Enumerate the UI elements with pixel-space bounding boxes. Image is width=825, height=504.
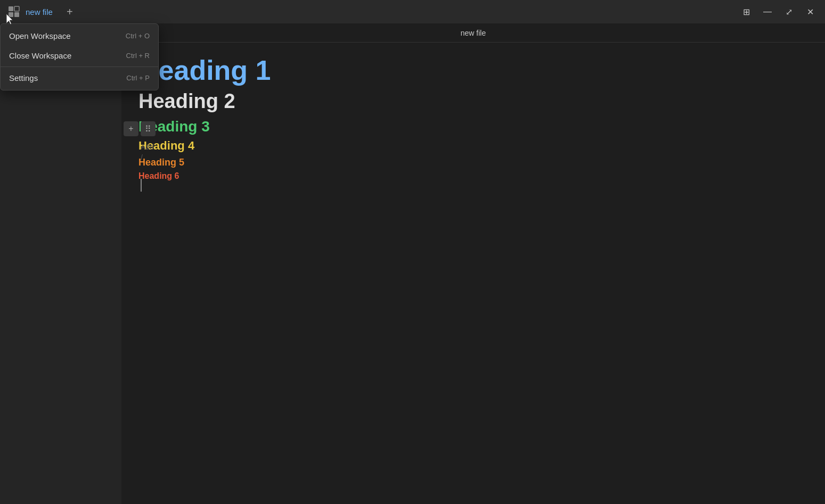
heading-6: Heading 6 <box>138 171 808 182</box>
close-button[interactable]: ✕ <box>802 3 819 20</box>
minimize-button[interactable]: — <box>759 3 776 20</box>
titlebar: new file + ⊞ — ⤢ ✕ <box>0 0 825 23</box>
add-block-hint: Add <box>141 143 154 151</box>
settings-label: Settings <box>9 73 38 82</box>
close-workspace-item[interactable]: Close Workspace Ctrl + R <box>1 46 158 65</box>
drag-block-button[interactable]: ⠿ <box>141 121 156 136</box>
new-tab-button[interactable]: + <box>61 3 78 20</box>
editor-content[interactable]: Heading 1 Heading 2 Heading 3 Heading 4 … <box>121 43 825 504</box>
heading-4: Heading 4 <box>138 138 808 153</box>
close-workspace-shortcut: Ctrl + R <box>126 52 150 60</box>
open-workspace-label: Open Workspace <box>9 31 71 40</box>
open-workspace-shortcut: Ctrl + O <box>126 32 150 40</box>
maximize-button[interactable]: ⤢ <box>780 3 797 20</box>
heading-3: Heading 3 <box>138 118 808 136</box>
main-layout: new file Heading 1 Heading 2 Heading 3 H… <box>0 23 825 504</box>
heading-1: Heading 1 <box>138 55 808 86</box>
svg-rect-2 <box>14 12 19 17</box>
add-block-button[interactable]: + <box>124 121 138 136</box>
editor-header: new file <box>121 23 825 43</box>
dropdown-menu: Open Workspace Ctrl + O Close Workspace … <box>0 23 159 90</box>
open-workspace-item[interactable]: Open Workspace Ctrl + O <box>1 26 158 46</box>
svg-rect-0 <box>9 6 13 11</box>
block-controls: + ⠿ <box>124 121 156 136</box>
slash-hint: / <box>141 153 143 162</box>
svg-rect-1 <box>14 6 19 11</box>
heading-2: Heading 2 <box>138 90 808 113</box>
close-workspace-label: Close Workspace <box>9 51 71 60</box>
heading-5: Heading 5 <box>138 156 808 169</box>
settings-shortcut: Ctrl + P <box>126 74 150 82</box>
settings-item[interactable]: Settings Ctrl + P <box>1 68 158 88</box>
layout-icon[interactable]: ⊞ <box>738 3 755 20</box>
editor-area: new file Heading 1 Heading 2 Heading 3 H… <box>121 23 825 504</box>
app-icon[interactable] <box>6 4 21 19</box>
titlebar-controls: ⊞ — ⤢ ✕ <box>738 3 819 20</box>
text-cursor <box>141 179 142 192</box>
editor-tab-title: new file <box>461 29 486 37</box>
file-title-tab[interactable]: new file <box>26 7 53 16</box>
menu-divider <box>1 67 158 67</box>
sidebar <box>0 23 121 504</box>
svg-rect-3 <box>9 12 13 17</box>
